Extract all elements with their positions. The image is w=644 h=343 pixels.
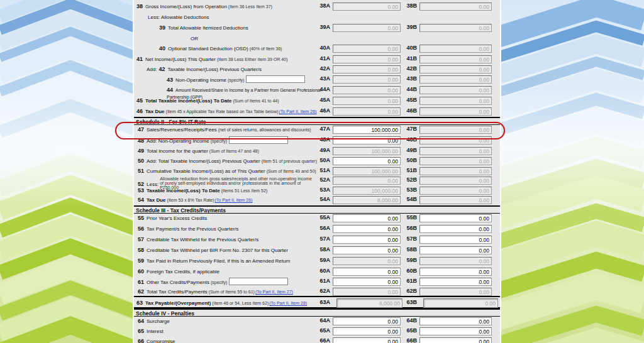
form-row: 46Tax Due(Item 45 x Applicable Tax Rate … (134, 107, 500, 117)
cross-reference-link[interactable]: (To Part II, Item 26) (215, 198, 253, 202)
amount-field-a: 8,000.00 (333, 196, 401, 204)
column-b-label: 40B (397, 45, 417, 51)
item-fine-print: (40% of Item 36) (250, 46, 282, 51)
schedule-header: Schedule IV - Penalties (134, 308, 500, 317)
item-fine-print: (Item 53 x 8% Tax Rate) (167, 198, 214, 202)
item-label: Gross Income/(Loss) from Operation (145, 4, 227, 9)
column-b-label: 56B (397, 225, 417, 231)
cross-reference-link[interactable]: (To Part II, Item 27) (255, 290, 293, 294)
item-label: Creditable Tax Withheld for the Previous… (147, 237, 258, 242)
amount-field-b: 0.00 (419, 45, 492, 53)
item-label: Tax Payable/(Overpayment) (145, 300, 211, 306)
item-label: Cumulative Taxable Income/(Loss) as of T… (147, 168, 265, 174)
row-label-group: 62Total Tax Credits/Payments(Sum of Item… (134, 288, 330, 295)
item-number: 59 (138, 258, 144, 264)
row-label-group: 65Interest (134, 327, 330, 334)
row-label-group: 54Tax Due(Item 53 x 8% Tax Rate)(To Part… (134, 196, 330, 203)
amount-field-b: 0.00 (419, 167, 492, 175)
column-a-label: 47A (310, 126, 330, 132)
form-row: 54Tax Due(Item 53 x 8% Tax Rate)(To Part… (134, 195, 500, 205)
form-row: 58Creditable Tax Withheld per BIR Form N… (134, 246, 500, 256)
column-b-label: 52B (397, 177, 417, 183)
row-label-group: 59Tax Paid in Return Previously Filed, i… (134, 257, 330, 264)
amount-field-a[interactable]: 0.00 (333, 246, 401, 254)
form-row: 50Add: Total Taxable Income/(Loss) Previ… (134, 156, 500, 166)
item-number: 55 (138, 215, 144, 221)
amount-field-a: 0.00 (333, 45, 401, 53)
amount-field-b[interactable]: 0.00 (419, 268, 492, 276)
column-a-label: 40A (310, 45, 330, 51)
amount-field-b[interactable]: 0.00 (419, 225, 492, 233)
amount-field-a[interactable]: 0.00 (333, 214, 401, 222)
amount-field-b: 0.00 (419, 126, 492, 134)
column-a-label: 59A (310, 257, 330, 263)
amount-field-b[interactable]: 0.00 (419, 317, 492, 325)
form-row: 43Non-Operating Income(specify) 43A 0.00… (134, 75, 500, 85)
amount-field-b[interactable]: 0.00 (419, 278, 492, 286)
column-a-label: 62A (310, 288, 330, 294)
column-a-label: 55A (310, 214, 330, 220)
column-b-label: 54B (397, 196, 417, 202)
form-row: 38Gross Income/(Loss) from Operation(Ite… (134, 2, 500, 13)
form-row: 44Amount Received/Share in Income by a P… (134, 85, 500, 96)
column-b-label: 50B (397, 157, 417, 163)
amount-field-a[interactable]: 0.00 (333, 317, 401, 325)
amount-field-b: 0.00 (419, 177, 492, 185)
amount-field-b[interactable]: 0.00 (419, 214, 492, 222)
column-a-label: 60A (310, 268, 330, 274)
form-text-row: OR (134, 34, 500, 44)
tax-form-panel: 38Gross Income/(Loss) from Operation(Ite… (133, 0, 501, 343)
item-number: 42 (158, 66, 165, 72)
item-label: Tax Paid in Return Previously Filed, if … (147, 258, 291, 264)
column-a-label: 41A (310, 55, 330, 62)
item-number: 65 (138, 328, 144, 334)
amount-field-a[interactable]: 0.00 (333, 236, 401, 244)
column-b-label: 48B (397, 136, 417, 143)
column-b-label: 53B (397, 187, 417, 193)
amount-field-a[interactable]: 0.00 (333, 327, 401, 335)
column-a-label: 53A (310, 187, 330, 193)
column-b-label: 49B (397, 147, 417, 153)
item-number: 46 (136, 108, 143, 114)
amount-field-a[interactable]: 0.00 (333, 268, 401, 276)
row-label-group: 49Total Income for the quarter(Sum of It… (134, 147, 330, 154)
item-number: 54 (138, 197, 144, 203)
column-a-label: 58A (310, 246, 330, 253)
column-b-label: 45B (397, 97, 417, 103)
specify-input[interactable] (229, 278, 288, 285)
row-label-group: 60Foreign Tax Credits, if applicable (134, 268, 330, 275)
item-number: 63 (136, 300, 143, 306)
item-number: 41 (136, 56, 143, 62)
amount-field-a: 0.00 (333, 24, 401, 32)
amount-field-b[interactable]: 0.00 (419, 337, 492, 343)
amount-field-a: 0.00 (333, 257, 401, 265)
column-b-label: 43B (397, 75, 417, 82)
specify-input[interactable] (229, 136, 288, 144)
item-number: 64 (138, 318, 144, 324)
row-label-group: 48Add: Non-Operating Income(specify) (134, 136, 330, 144)
column-a-label: 50A (310, 157, 330, 163)
row-label-group: 46Tax Due(Item 45 x Applicable Tax Rate … (134, 107, 330, 114)
row-label-group: 63Tax Payable/(Overpayment)(Item 46 or 5… (134, 299, 330, 306)
item-label: Total Tax Credits/Payments (147, 289, 208, 295)
item-number: 58 (138, 247, 144, 253)
amount-field-a[interactable]: 0.00 (333, 157, 401, 165)
amount-field-a[interactable]: 0.00 (333, 225, 401, 233)
amount-field-b[interactable]: 0.00 (419, 327, 492, 335)
item-label: Total Allowable Itemized Deductions (168, 25, 248, 31)
item-label: Compromise (147, 339, 175, 343)
form-row: 59Tax Paid in Return Previously Filed, i… (134, 256, 500, 267)
amount-field-b: 0.00 (419, 97, 492, 105)
form-row: 39Total Allowable Itemized Deductions 39… (134, 23, 500, 34)
item-fine-print: (Sum of Items 55 to 61) (209, 290, 255, 294)
amount-field-b[interactable]: 0.00 (419, 236, 492, 244)
item-number: 39 (159, 24, 165, 31)
amount-field-a[interactable]: 0.00 (333, 337, 401, 343)
amount-field-a[interactable]: 100,000.00 (333, 126, 401, 134)
amount-field-b[interactable]: 0.00 (419, 246, 492, 254)
cross-reference-link[interactable]: (To Part II, Item 28) (269, 301, 307, 305)
form-row: 52Less:Allowable reduction from gross sa… (134, 176, 500, 186)
amount-field-a[interactable]: 0.00 (333, 136, 401, 144)
amount-field-a[interactable]: 0.00 (333, 278, 401, 286)
specify-input[interactable] (246, 75, 305, 83)
